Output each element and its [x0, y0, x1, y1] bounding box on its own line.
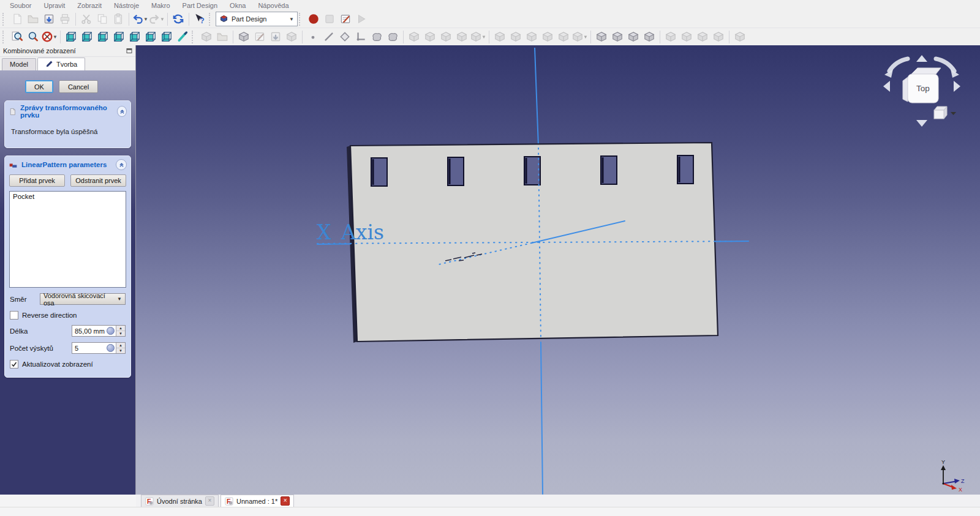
toolbar-grip[interactable] [299, 13, 303, 26]
draft-button[interactable] [695, 29, 710, 44]
chevron-down-icon[interactable]: ▼ [53, 34, 58, 40]
cancel-button[interactable]: Cancel [59, 80, 98, 93]
tab-start-page[interactable]: F Úvodní stránka × [141, 495, 219, 507]
create-group-button[interactable] [214, 29, 230, 44]
groove-button[interactable] [524, 29, 540, 44]
bottom-view-button[interactable] [143, 29, 159, 44]
occurrences-input[interactable]: 5 ▲▼ [72, 342, 126, 354]
hole[interactable] [524, 157, 540, 185]
menu-part-design[interactable]: Part Design [176, 1, 224, 10]
chevron-down-icon[interactable]: ▼ [143, 17, 148, 22]
toolbar-grip[interactable] [209, 13, 213, 26]
boolean-operation-button[interactable] [732, 29, 748, 44]
datum-point-button[interactable] [305, 29, 321, 44]
multi-transform-button[interactable] [641, 29, 657, 44]
toolbar-grip[interactable] [192, 31, 196, 43]
expression-icon[interactable] [107, 344, 115, 352]
save-file-button[interactable] [41, 12, 57, 26]
occurrences-spinner[interactable]: ▲▼ [116, 343, 125, 353]
create-body-button[interactable] [198, 29, 214, 44]
length-spinner[interactable]: ▲▼ [116, 326, 125, 336]
local-coordinate-system-button[interactable] [353, 29, 369, 44]
draw-style-button[interactable]: ▼ [41, 29, 58, 44]
navcube-left-face[interactable] [903, 77, 908, 102]
subtractive-loft-button[interactable] [540, 29, 556, 44]
menu-okna[interactable]: Okna [224, 1, 252, 10]
tilt-down-arrow-icon[interactable] [916, 120, 927, 127]
hole[interactable] [601, 156, 617, 184]
copy-button[interactable] [94, 12, 110, 26]
expression-icon[interactable] [107, 327, 115, 335]
macro-edit-button[interactable] [337, 12, 353, 26]
toolbar-grip[interactable] [2, 31, 7, 43]
length-input[interactable]: 85,00 mm ▲▼ [72, 325, 126, 337]
right-view-button[interactable] [111, 29, 127, 44]
hole[interactable] [677, 155, 693, 184]
top-view-button[interactable] [95, 29, 111, 44]
chevron-down-icon[interactable]: ▼ [481, 34, 486, 40]
macro-stop-button[interactable] [322, 12, 337, 26]
additive-pipe-button[interactable] [454, 29, 470, 44]
feature-list-item[interactable]: Pocket [13, 193, 123, 200]
new-file-button[interactable] [9, 12, 25, 26]
linear-pattern-button[interactable] [609, 29, 625, 44]
close-tab-icon[interactable]: × [205, 496, 214, 506]
rear-view-button[interactable] [127, 29, 143, 44]
menu-upravit[interactable]: Upravit [37, 1, 71, 10]
fillet-button[interactable] [663, 29, 679, 44]
float-window-icon[interactable] [126, 48, 132, 54]
navigation-cube[interactable]: Top [883, 55, 960, 127]
shape-binder-button[interactable] [369, 29, 385, 44]
update-view-checkbox[interactable] [10, 360, 18, 368]
menu-zobrazit[interactable]: Zobrazit [71, 1, 108, 10]
collapse-button[interactable] [116, 159, 127, 170]
isometric-view-button[interactable] [63, 29, 79, 44]
edit-sketch-button[interactable] [252, 29, 268, 44]
menu-n-stroje[interactable]: Nástroje [108, 1, 145, 10]
close-tab-icon[interactable]: × [281, 496, 290, 506]
ok-button[interactable]: OK [25, 80, 53, 93]
pad-button[interactable] [406, 29, 422, 44]
hole[interactable] [371, 158, 387, 186]
navcube-dropdown-icon[interactable] [951, 112, 956, 115]
workbench-selector[interactable]: Part Design▼ [216, 12, 298, 26]
menu-soubor[interactable]: Soubor [4, 1, 37, 10]
feature-list[interactable]: Pocket [9, 191, 126, 288]
hole[interactable] [448, 157, 464, 185]
measure-distance-button[interactable] [175, 29, 190, 44]
tab-model[interactable]: Model [2, 58, 36, 70]
hole-button[interactable] [508, 29, 524, 44]
thickness-button[interactable] [710, 29, 726, 44]
datum-plane-button[interactable] [337, 29, 353, 44]
mirrored-button[interactable] [594, 29, 609, 44]
chevron-down-icon[interactable]: ▼ [160, 17, 165, 22]
cut-button[interactable] [78, 12, 94, 26]
redo-button[interactable]: ▼ [148, 12, 165, 26]
open-file-button[interactable] [25, 12, 41, 26]
paste-button[interactable] [110, 12, 126, 26]
collapse-button[interactable] [117, 106, 127, 117]
tilt-up-arrow-icon[interactable] [916, 55, 927, 62]
subtractive-primitive-button[interactable]: ▼ [571, 29, 588, 44]
macro-record-button[interactable] [306, 12, 322, 26]
chamfer-button[interactable] [679, 29, 695, 44]
zoom-selection-button[interactable] [25, 29, 41, 44]
whats-this-button[interactable]: ? [192, 12, 208, 26]
print-button[interactable] [57, 12, 73, 26]
macro-run-button[interactable] [353, 12, 369, 26]
pocket-button[interactable] [492, 29, 508, 44]
navcube-top-face[interactable] [911, 68, 941, 74]
front-view-button[interactable] [79, 29, 95, 44]
reverse-direction-checkbox[interactable] [10, 311, 18, 320]
navcube-menu-icon[interactable] [934, 107, 947, 119]
rotate-left-arrow-icon[interactable] [889, 59, 908, 71]
navcube-face-label[interactable]: Top [916, 84, 930, 93]
subtractive-pipe-button[interactable] [556, 29, 571, 44]
section-view-button[interactable] [284, 29, 300, 44]
undo-button[interactable]: ▼ [132, 12, 148, 26]
additive-loft-button[interactable] [438, 29, 454, 44]
left-view-button[interactable] [159, 29, 175, 44]
menu-makro[interactable]: Makro [145, 1, 176, 10]
create-sketch-button[interactable] [236, 29, 252, 44]
tab-tasks[interactable]: Tvorba [37, 58, 85, 70]
